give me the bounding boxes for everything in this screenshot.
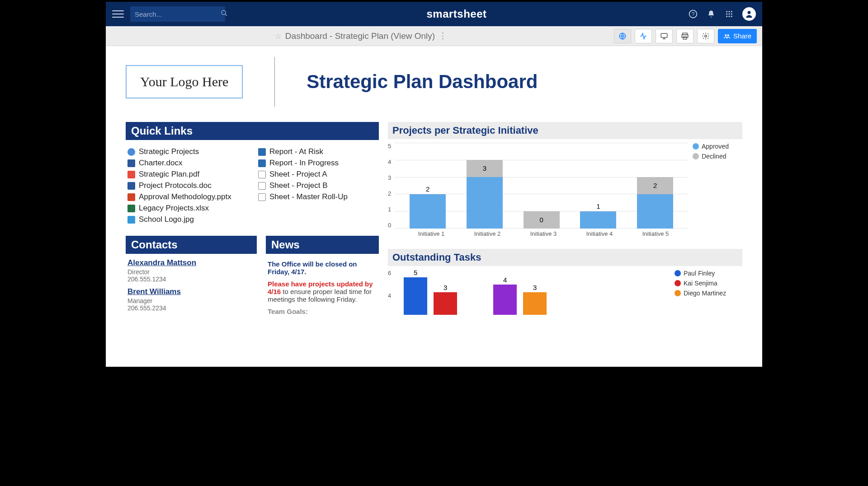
contact-role: Manager (127, 297, 255, 304)
link-label: Approval Methodology.pptx (139, 192, 231, 201)
settings-icon[interactable] (697, 29, 714, 43)
toolbar: ☆ Dashboard - Strategic Plan (View Only)… (106, 26, 762, 46)
news-alert: Please have projects updated by 4/16 to … (268, 280, 377, 303)
help-icon[interactable]: ? (688, 9, 698, 19)
file-icon (258, 182, 266, 190)
publish-icon[interactable] (614, 29, 631, 43)
svg-point-5 (729, 11, 730, 12)
activity-icon[interactable] (635, 29, 652, 43)
link-label: Report - At Risk (269, 147, 323, 156)
chart1-y-axis: 543210 (388, 143, 395, 229)
chart1-x-axis: Initiative 1Initiative 2Initiative 3Init… (399, 229, 688, 237)
contacts-title: Contacts (126, 236, 257, 254)
file-icon (127, 193, 135, 201)
link-label: Legacy Projects.xlsx (139, 204, 209, 213)
print-icon[interactable] (676, 29, 693, 43)
contacts-widget: Contacts Alexandra MattsonDirector206.55… (126, 236, 257, 317)
file-icon (127, 171, 135, 178)
chart2-title: Outstanding Tasks (388, 249, 742, 266)
sheet-title: Dashboard - Strategic Plan (View Only) (285, 31, 435, 41)
svg-point-11 (729, 16, 730, 17)
search-icon[interactable] (221, 9, 228, 19)
news-widget: News The Office will be closed on Friday… (266, 236, 379, 317)
dashboard-title: Strategic Plan Dashboard (307, 71, 538, 93)
top-nav: smartsheet ? (106, 2, 762, 26)
quick-link-item[interactable]: Sheet - Master Roll-Up (258, 192, 377, 201)
svg-point-12 (731, 16, 732, 17)
contact-name[interactable]: Brent Williams (127, 287, 255, 296)
contact-name[interactable]: Alexandra Mattson (127, 258, 255, 267)
quick-link-item[interactable]: School Logo.jpg (127, 215, 246, 224)
svg-point-21 (727, 34, 729, 36)
quick-links-title: Quick Links (126, 122, 379, 140)
svg-point-13 (748, 11, 751, 14)
svg-line-1 (225, 14, 227, 16)
chart2-legend: Paul FinleyKai SenjimaDiego Martinez (670, 270, 742, 315)
file-icon (127, 159, 135, 167)
link-label: Strategic Plan.pdf (139, 170, 199, 179)
app-frame: smartsheet ? ☆ Dashboard - Strategic Pla… (104, 0, 764, 369)
file-icon (127, 182, 135, 190)
svg-point-4 (726, 11, 727, 12)
star-icon[interactable]: ☆ (274, 31, 282, 41)
present-icon[interactable] (656, 29, 673, 43)
file-icon (258, 171, 266, 178)
chart1-bars: 23012 (395, 143, 688, 229)
contact-phone: 206.555.1234 (127, 276, 255, 283)
contact-item: Brent WilliamsManager206.555.2234 (127, 287, 255, 312)
quick-link-item[interactable]: Approval Methodology.pptx (127, 192, 246, 201)
quick-link-item[interactable]: Sheet - Project B (258, 181, 377, 190)
contact-phone: 206.555.2234 (127, 304, 255, 312)
chart2-y-axis: 64 (388, 270, 395, 315)
news-goals-label: Team Goals: (268, 308, 377, 315)
search-box[interactable] (130, 6, 225, 22)
bell-icon[interactable] (706, 9, 716, 19)
apps-icon[interactable] (724, 9, 734, 19)
dashboard-content: Your Logo Here Strategic Plan Dashboard … (106, 46, 762, 367)
file-icon (127, 205, 135, 212)
chart2-bars: 5343 (395, 270, 670, 315)
share-button[interactable]: Share (718, 29, 757, 43)
svg-point-8 (729, 14, 730, 15)
more-icon[interactable]: ⋮ (439, 31, 447, 41)
svg-point-19 (705, 35, 707, 37)
file-icon (258, 159, 266, 167)
news-title: News (266, 236, 379, 254)
chart1-legend: ApprovedDeclined (688, 143, 742, 229)
search-input[interactable] (135, 10, 221, 18)
quick-link-item[interactable]: Strategic Plan.pdf (127, 170, 246, 179)
avatar-icon[interactable] (742, 7, 756, 21)
quick-link-item[interactable]: Report - At Risk (258, 147, 377, 156)
contact-role: Director (127, 268, 255, 276)
quick-link-item[interactable]: Strategic Projects (127, 147, 246, 156)
link-label: Charter.docx (139, 159, 182, 168)
link-label: Sheet - Project B (269, 181, 328, 190)
svg-point-7 (726, 14, 727, 15)
file-icon (127, 216, 135, 224)
quick-link-item[interactable]: Report - In Progress (258, 159, 377, 168)
quick-link-item[interactable]: Charter.docx (127, 159, 246, 168)
link-label: Strategic Projects (139, 147, 199, 156)
quick-link-item[interactable]: Legacy Projects.xlsx (127, 204, 246, 213)
divider (274, 57, 275, 107)
news-headline: The Office will be closed on Friday, 4/1… (268, 260, 377, 276)
toolbar-title-area: ☆ Dashboard - Strategic Plan (View Only)… (111, 31, 610, 41)
svg-point-6 (731, 11, 732, 12)
share-label: Share (733, 32, 751, 40)
svg-point-0 (222, 10, 226, 14)
quick-link-item[interactable]: Project Protocols.doc (127, 181, 246, 190)
link-label: Sheet - Master Roll-Up (269, 192, 348, 201)
link-label: Project Protocols.doc (139, 181, 212, 190)
file-icon (258, 148, 266, 156)
svg-point-10 (726, 16, 727, 17)
brand-logo: smartsheet (231, 8, 682, 20)
file-icon (127, 148, 135, 156)
chart-outstanding-tasks: Outstanding Tasks 64 5343 Paul FinleyKai… (388, 249, 742, 315)
quick-link-item[interactable]: Sheet - Project A (258, 170, 377, 179)
chart1-title: Projects per Strategic Initiative (388, 122, 742, 139)
logo-placeholder: Your Logo Here (126, 65, 243, 98)
link-label: School Logo.jpg (139, 215, 194, 224)
menu-icon[interactable] (112, 8, 124, 20)
dashboard-header: Your Logo Here Strategic Plan Dashboard (126, 57, 742, 107)
svg-point-9 (731, 14, 732, 15)
